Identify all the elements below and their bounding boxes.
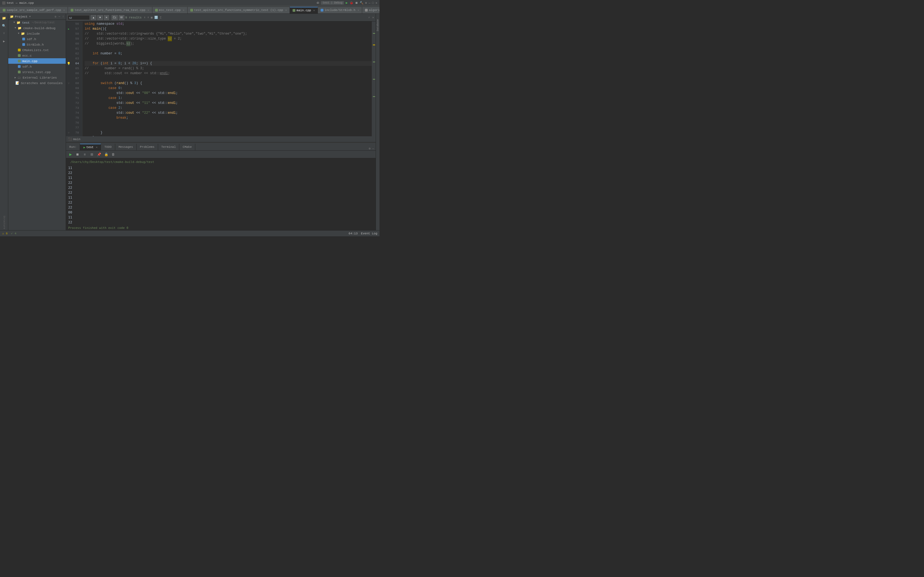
- chevron-icon: ▶: [15, 76, 16, 79]
- cpp-icon: [71, 9, 73, 11]
- tab-rsa[interactable]: test_apitest_src_functions_rsa_test.cpp …: [68, 7, 152, 13]
- search-nav-up[interactable]: ⬆: [144, 16, 146, 19]
- panel-minimize[interactable]: —: [372, 147, 374, 150]
- search-prev-btn[interactable]: ▲: [91, 15, 96, 20]
- tab-close[interactable]: ✕: [357, 8, 359, 12]
- console-line-9: 22: [68, 205, 373, 210]
- code-line-63: [85, 56, 372, 61]
- search-close-icon[interactable]: ✕: [372, 16, 374, 19]
- scroll-lock-btn[interactable]: 🔒: [103, 152, 109, 157]
- search-preserve-case[interactable]: 🔡: [154, 16, 158, 19]
- tab-label: algorithm: [369, 8, 380, 12]
- ln-66: 66: [71, 71, 81, 76]
- ln-56: 56: [71, 21, 81, 26]
- tab-label: test_apitest_src_functions_rsa_test.cpp: [74, 8, 145, 12]
- tree-item-test[interactable]: ▼ 📁 test ~/Desktop/test: [8, 20, 66, 25]
- tab-strblob[interactable]: include/StrBlob.h ✕: [318, 7, 362, 13]
- panel-settings[interactable]: ⚙: [369, 147, 371, 150]
- tree-item-external[interactable]: ▶ 🗂 External Libraries: [8, 75, 66, 80]
- console-line-2: 22: [68, 170, 373, 175]
- tab-close[interactable]: ✕: [148, 8, 149, 12]
- clear-btn[interactable]: 🗑: [111, 152, 116, 157]
- bottom-panel: Run: ▶ test ✕ TODO Messages Problems: [66, 142, 376, 230]
- tree-item-main-cpp[interactable]: main.cpp: [8, 58, 66, 64]
- vcs-activity-btn[interactable]: ⑂: [1, 30, 7, 37]
- messages-tab[interactable]: Messages: [115, 144, 137, 150]
- find-activity-btn[interactable]: 🔍: [1, 23, 7, 29]
- tree-item-cmake[interactable]: CMakeLists.txt: [8, 47, 66, 53]
- tree-item-ecc[interactable]: ecc.c: [8, 53, 66, 58]
- tree-item-sdfh[interactable]: sdf.h: [8, 36, 66, 42]
- database-label[interactable]: Database: [376, 19, 379, 31]
- stop-button[interactable]: ⏹: [355, 1, 358, 5]
- tree-item-scratches[interactable]: 📝 Scratches and Consoles: [8, 80, 66, 86]
- search-in-selection[interactable]: ▣: [151, 16, 153, 19]
- gutter-68: ▽: [66, 81, 71, 86]
- activity-bar: 📁 🔍 ⑂ ▶ Structure: [0, 14, 8, 230]
- structure-label[interactable]: Structure: [3, 216, 5, 229]
- restore-layout-btn[interactable]: ⊞: [89, 152, 95, 157]
- tree-item-sdfh2[interactable]: sdf.h: [8, 64, 66, 69]
- close-button[interactable]: ✕: [375, 1, 377, 5]
- search-close-btn[interactable]: ✕: [104, 15, 109, 20]
- tab-close[interactable]: ✕: [96, 146, 97, 149]
- scroll-mark-4: [373, 79, 375, 80]
- search-nav-down[interactable]: ⬇: [147, 16, 149, 19]
- stop-run-btn[interactable]: ⏹: [75, 152, 80, 157]
- tab-main-cpp[interactable]: main.cpp ✕: [290, 7, 318, 13]
- maximize-button[interactable]: □: [372, 2, 374, 5]
- run-again-btn[interactable]: ▶: [68, 152, 73, 157]
- sidebar-collapse[interactable]: —: [58, 15, 60, 18]
- sidebar-settings[interactable]: ⚙: [55, 15, 57, 18]
- sidebar-more[interactable]: ↕: [62, 15, 64, 18]
- warnings-count[interactable]: ⚠ 6: [2, 232, 8, 235]
- tree-item-cmake-build[interactable]: ▼ 📁 cmake-build-debug: [8, 25, 66, 31]
- gutter-77: [66, 125, 71, 130]
- run-tab-test[interactable]: ▶ test ✕: [80, 144, 101, 150]
- tab-ecc[interactable]: ecc_test.cpp ✕: [152, 7, 187, 13]
- code-line-66: // std::cout << number << std::endl;: [85, 71, 372, 76]
- dump-threads-btn[interactable]: ≡: [82, 152, 87, 157]
- search-filter-icon[interactable]: ⚡: [368, 16, 370, 19]
- pin-btn[interactable]: 📌: [96, 152, 102, 157]
- search-next-btn[interactable]: ▼: [97, 15, 103, 20]
- minimize-button[interactable]: —: [368, 2, 370, 5]
- line-numbers: 56 57 58 59 60 61 62 63 64 65 66 67 68 6…: [71, 21, 82, 136]
- run-activity-btn[interactable]: ▶: [1, 38, 7, 45]
- debug-button[interactable]: 🐞: [349, 1, 354, 5]
- tab-symmetric[interactable]: test_apitest_src_functions_symmetric_tes…: [187, 7, 290, 13]
- search-match-case[interactable]: Cc: [111, 15, 118, 20]
- code-editor[interactable]: ▶ 💡 ▽: [66, 21, 376, 136]
- ok-count[interactable]: ✓ 4: [11, 232, 16, 235]
- project-activity-btn[interactable]: 📁: [1, 15, 7, 21]
- vcs-icon[interactable]: ⮉: [317, 2, 319, 5]
- search-whole-word[interactable]: W: [119, 15, 124, 20]
- tab-close[interactable]: ✕: [183, 8, 184, 12]
- breadcrumb-text: main: [73, 138, 80, 141]
- tree-item-strblob[interactable]: StrBlob.h: [8, 42, 66, 47]
- cpp-icon: [292, 9, 296, 12]
- tab-algorithm[interactable]: algorithm ✕: [362, 7, 380, 13]
- tree-item-include[interactable]: ▼ 📁 include: [8, 31, 66, 36]
- editor-scrollbar[interactable]: [372, 21, 376, 136]
- search-input[interactable]: [68, 15, 90, 20]
- run-button[interactable]: ▶: [346, 1, 347, 5]
- tab-label: sample_src_sample_sdf_perf.cpp: [6, 8, 61, 12]
- cmake-tab[interactable]: CMake: [179, 144, 195, 150]
- terminal-tab[interactable]: Terminal: [158, 144, 179, 150]
- settings-button[interactable]: ⚙: [365, 1, 367, 5]
- search-word-boundary[interactable]: ⌶: [160, 16, 162, 19]
- tab-close[interactable]: ✕: [313, 9, 315, 12]
- code-content[interactable]: using namespace std; int main(){ // std:…: [82, 21, 372, 136]
- todo-tab[interactable]: TODO: [101, 144, 115, 150]
- problems-tab[interactable]: Problems: [137, 144, 158, 150]
- tab-sample-sdf[interactable]: sample_src_sample_sdf_perf.cpp ✕: [0, 7, 68, 13]
- event-log[interactable]: Event Log: [361, 232, 377, 235]
- gutter-62: [66, 51, 71, 56]
- console-line-4: 22: [68, 180, 373, 185]
- tab-close[interactable]: ✕: [285, 8, 287, 12]
- tab-close[interactable]: ✕: [63, 8, 65, 12]
- build-button[interactable]: 🔨: [360, 1, 363, 5]
- tree-item-stress[interactable]: stress_test.cpp: [8, 69, 66, 75]
- config-selector[interactable]: test | Debug: [321, 1, 344, 5]
